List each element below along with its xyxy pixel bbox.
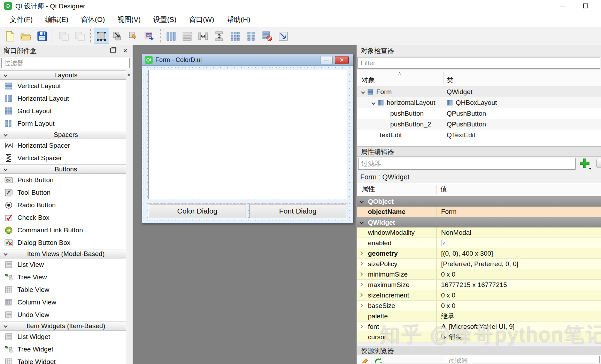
property-value[interactable]: 继承 xyxy=(441,311,454,322)
dock-float-button[interactable] xyxy=(110,48,116,53)
wb-item-tree-view[interactable]: Tree View xyxy=(0,271,132,284)
wb-item-column-view[interactable]: Column View xyxy=(0,296,132,309)
remove-dynamic-property-button[interactable] xyxy=(596,159,601,168)
property-editor-filter-input[interactable] xyxy=(358,158,576,170)
tree-row-pushbutton-2[interactable]: pushButton_2 QPushButton xyxy=(357,119,601,130)
menu-form[interactable]: 窗体(O) xyxy=(75,12,111,27)
wb-item-tree-widget[interactable]: Tree Widget xyxy=(0,343,132,356)
edit-resources-button[interactable] xyxy=(360,356,371,363)
wb-item-vertical-spacer[interactable]: Vertical Spacer xyxy=(0,152,132,164)
property-row-font[interactable]: font A[Microsoft YaHei UI, 9] xyxy=(357,322,601,332)
property-editor-column-header[interactable]: 属性 值 xyxy=(357,183,601,196)
wb-item-list-view[interactable]: List View xyxy=(0,258,132,271)
property-row-cursor[interactable]: cursor 箭头 xyxy=(357,332,601,342)
menu-window[interactable]: 窗口(W) xyxy=(183,12,220,27)
menu-help[interactable]: 帮助(H) xyxy=(221,12,257,27)
layout-form-button[interactable] xyxy=(244,29,259,44)
wb-item-table-widget[interactable]: Table Widget xyxy=(0,356,132,364)
menu-edit[interactable]: 编辑(E) xyxy=(39,12,75,27)
add-dynamic-property-button[interactable] xyxy=(578,157,593,170)
layout-horizontal-button[interactable] xyxy=(163,29,179,44)
wb-item-command-link-button[interactable]: Command Link Button xyxy=(0,224,132,237)
expand-icon[interactable] xyxy=(359,324,363,328)
edit-buddies-button[interactable] xyxy=(126,29,141,44)
property-row-windowmodality[interactable]: windowModality NonModal xyxy=(357,227,601,238)
group-qobject[interactable]: QObject xyxy=(357,196,601,207)
property-row-basesize[interactable]: baseSize 0 x 0 xyxy=(357,301,601,311)
property-row-minimumsize[interactable]: minimumSize 0 x 0 xyxy=(357,269,601,280)
widget-box-scrollbar[interactable]: ▲ xyxy=(126,70,132,364)
textedit-widget[interactable] xyxy=(148,70,347,199)
expand-icon[interactable] xyxy=(359,303,363,307)
property-row-sizeincrement[interactable]: sizeIncrement 0 x 0 xyxy=(357,290,601,301)
property-row-maximumsize[interactable]: maximumSize 16777215 x 16777215 xyxy=(357,280,601,290)
layout-grid-button[interactable] xyxy=(228,29,243,44)
wb-item-tool-button[interactable]: Tool Button xyxy=(0,186,132,199)
expand-icon[interactable] xyxy=(359,262,363,265)
property-row-palette[interactable]: palette 继承 xyxy=(357,311,601,322)
wb-item-grid-layout[interactable]: Grid Layout xyxy=(0,105,132,117)
property-value[interactable]: 箭头 xyxy=(449,332,462,342)
expand-icon[interactable] xyxy=(359,272,363,276)
property-value[interactable]: [Preferred, Preferred, 0, 0] xyxy=(441,259,518,269)
group-qwidget[interactable]: QWidget xyxy=(357,217,601,227)
form-window-titlebar[interactable]: Qt Form - ColorD.ui ✕ xyxy=(142,54,353,66)
color-dialog-button[interactable]: Color Dialog xyxy=(149,204,246,218)
layout-vertical-button[interactable] xyxy=(179,29,195,44)
new-file-button[interactable] xyxy=(2,29,18,44)
menu-view[interactable]: 视图(V) xyxy=(111,12,147,27)
property-value[interactable]: [(0, 0), 400 x 300] xyxy=(441,248,493,259)
form-designer-window[interactable]: Qt Form - ColorD.ui ✕ Color Dialog Font … xyxy=(142,54,353,224)
form-canvas[interactable]: Color Dialog Font Dialog xyxy=(142,66,353,223)
column-divider[interactable] xyxy=(443,72,444,84)
wb-item-horizontal-spacer[interactable]: Horizontal Spacer xyxy=(0,139,132,152)
edit-signals-slots-button[interactable] xyxy=(110,29,125,44)
property-row-enabled[interactable]: enabled ✓ xyxy=(357,238,601,248)
wb-item-radio-button[interactable]: Radio Button xyxy=(0,199,132,211)
property-value[interactable]: 0 x 0 xyxy=(441,301,455,311)
object-inspector-filter-input[interactable] xyxy=(357,57,600,69)
tree-row-pushbutton[interactable]: pushButton QPushButton xyxy=(357,108,601,119)
save-button[interactable] xyxy=(34,29,50,44)
tree-row-textedit[interactable]: textEdit QTextEdit xyxy=(357,130,601,140)
minimize-button[interactable] xyxy=(552,0,573,12)
tree-row-form[interactable]: Form QWidget xyxy=(357,86,601,97)
form-minimize-button[interactable] xyxy=(320,56,333,64)
object-inspector-column-header[interactable]: ∧ 对象 类 xyxy=(357,70,601,86)
dock-close-button[interactable]: × xyxy=(123,46,128,56)
widget-box-filter-input[interactable] xyxy=(1,58,130,68)
property-value[interactable]: Form xyxy=(441,207,456,217)
property-row-sizepolicy[interactable]: sizePolicy [Preferred, Preferred, 0, 0] xyxy=(357,259,601,269)
font-dialog-button[interactable]: Font Dialog xyxy=(249,204,347,218)
edit-tab-order-button[interactable]: 123 xyxy=(142,29,157,44)
property-row-objectname[interactable]: objectName Form xyxy=(357,207,601,217)
property-value[interactable]: 0 x 0 xyxy=(441,269,455,280)
wb-item-vertical-layout[interactable]: Vertical Layout xyxy=(0,80,132,92)
section-buttons[interactable]: Buttons xyxy=(0,164,132,174)
property-value[interactable]: 16777215 x 16777215 xyxy=(441,280,507,290)
expand-icon[interactable] xyxy=(359,251,363,255)
tree-row-horizontallayout[interactable]: horizontalLayout QHBoxLayout xyxy=(357,97,601,108)
wb-item-push-button[interactable]: OK Push Button xyxy=(0,174,132,186)
section-item-widgets[interactable]: Item Widgets (Item-Based) xyxy=(0,321,132,331)
menu-settings[interactable]: 设置(S) xyxy=(147,12,183,27)
section-item-views[interactable]: Item Views (Model-Based) xyxy=(0,249,132,258)
resource-filter-input[interactable] xyxy=(445,356,600,363)
wb-item-dialog-button-box[interactable]: Dialog Button Box xyxy=(0,237,132,249)
wb-item-list-widget[interactable]: List Widget xyxy=(0,331,132,343)
section-spacers[interactable]: Spacers xyxy=(0,130,132,139)
wb-item-table-view[interactable]: Table View xyxy=(0,284,132,296)
maximize-button[interactable] xyxy=(575,0,596,12)
wb-item-form-layout[interactable]: Form Layout xyxy=(0,117,132,130)
enabled-checkbox[interactable]: ✓ xyxy=(441,240,447,246)
wb-item-horizontal-layout[interactable]: Horizontal Layout xyxy=(0,92,132,105)
column-divider[interactable] xyxy=(436,185,437,194)
adjust-size-button[interactable] xyxy=(276,29,291,44)
wb-item-check-box[interactable]: Check Box xyxy=(0,211,132,224)
property-row-geometry[interactable]: geometry [(0, 0), 400 x 300] xyxy=(357,248,601,259)
window-cascade-2-button[interactable] xyxy=(72,29,87,44)
window-cascade-button[interactable] xyxy=(56,29,71,44)
expand-icon[interactable] xyxy=(359,282,363,286)
horizontal-layout-widget[interactable]: Color Dialog Font Dialog xyxy=(148,203,347,219)
property-value[interactable]: [Microsoft YaHei UI, 9] xyxy=(449,322,514,332)
